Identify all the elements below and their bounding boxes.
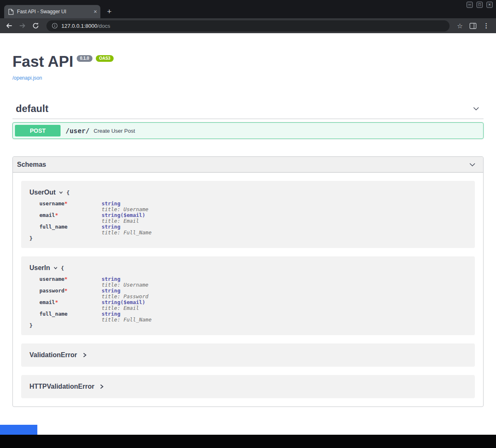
- property-type: string($email): [102, 299, 145, 305]
- model-header[interactable]: UserOut {: [29, 187, 467, 197]
- model-properties: username* string title: Username passwor…: [39, 276, 467, 323]
- address-bar[interactable]: 127.0.0.1:8000/docs: [46, 20, 450, 32]
- model-name: ValidationError: [29, 351, 77, 359]
- page-title: Fast API 0.1.0 OAS3: [12, 53, 484, 70]
- site-info-icon[interactable]: [52, 23, 58, 29]
- property-title: title: Username: [102, 282, 148, 288]
- chevron-down-icon[interactable]: [472, 105, 480, 113]
- schemas-title: Schemas: [17, 161, 46, 168]
- property-row: full_name string title: Full_Name: [39, 311, 467, 323]
- api-title: Fast API: [12, 53, 73, 70]
- model-header[interactable]: UserIn {: [29, 263, 467, 273]
- property-title: title: Full_Name: [102, 317, 151, 323]
- required-star: *: [64, 287, 68, 294]
- status-bubble: [0, 425, 37, 435]
- property-row: full_name string title: Full_Name: [39, 224, 467, 236]
- side-panel-icon[interactable]: [468, 23, 478, 29]
- tab-close-icon[interactable]: ×: [94, 9, 97, 15]
- required-star: *: [55, 212, 58, 218]
- required-star: *: [64, 200, 68, 207]
- tag-section-default[interactable]: default: [12, 103, 484, 119]
- page-favicon-icon: [8, 9, 14, 15]
- browser-menu-icon[interactable]: ⋮: [481, 22, 492, 29]
- chevron-right-icon[interactable]: [82, 352, 87, 358]
- close-brace: }: [29, 236, 467, 241]
- chevron-down-icon[interactable]: [58, 190, 63, 195]
- open-brace: {: [61, 265, 64, 271]
- model-httpvalidationerror[interactable]: HTTPValidationError: [21, 375, 475, 398]
- new-tab-button[interactable]: +: [107, 7, 112, 15]
- forward-icon[interactable]: [17, 21, 27, 31]
- maximize-button[interactable]: □: [477, 2, 483, 8]
- chevron-down-icon[interactable]: [468, 161, 477, 169]
- property-name: password: [39, 287, 64, 294]
- property-type: string($email): [102, 212, 145, 218]
- required-star: *: [64, 276, 68, 282]
- model-properties: username* string title: Username email* …: [39, 201, 467, 236]
- property-type: string: [102, 276, 148, 282]
- openapi-spec-link[interactable]: /openapi.json: [12, 75, 42, 81]
- bookmark-star-icon[interactable]: ☆: [455, 22, 464, 30]
- browser-titlebar: ─ □ × Fast API - Swagger UI × +: [0, 0, 496, 18]
- swagger-page: Fast API 0.1.0 OAS3 /openapi.json defaul…: [0, 33, 496, 435]
- property-type: string: [102, 311, 151, 317]
- property-row: email* string($email) title: Email: [39, 212, 467, 224]
- endpoint-path: /user/: [66, 127, 90, 135]
- property-row: email* string($email) title: Email: [39, 299, 467, 311]
- property-name: email: [39, 299, 55, 305]
- back-icon[interactable]: [4, 21, 14, 31]
- property-name: email: [39, 212, 55, 218]
- browser-tab[interactable]: Fast API - Swagger UI ×: [4, 5, 100, 18]
- model-name: UserOut: [29, 189, 56, 196]
- endpoint-summary: Create User Post: [94, 128, 135, 134]
- model-userout: UserOut { username* string title: Userna…: [21, 181, 475, 248]
- window-controls: ─ □ ×: [467, 2, 493, 8]
- property-row: username* string title: Username: [39, 201, 467, 212]
- tag-name: default: [16, 103, 49, 114]
- model-name: UserIn: [29, 264, 50, 272]
- property-title: title: Password: [102, 294, 148, 299]
- minimize-button[interactable]: ─: [467, 2, 473, 8]
- chevron-down-icon[interactable]: [53, 265, 58, 270]
- close-brace: }: [29, 323, 467, 329]
- schemas-body: UserOut { username* string title: Userna…: [13, 173, 483, 407]
- property-row: username* string title: Username: [39, 276, 467, 288]
- version-badge: 0.1.0: [77, 55, 92, 62]
- close-button[interactable]: ×: [486, 2, 493, 8]
- method-badge: POST: [15, 125, 61, 136]
- reload-icon[interactable]: [31, 21, 41, 31]
- property-title: title: Email: [102, 305, 145, 311]
- tab-title: Fast API - Swagger UI: [17, 9, 90, 15]
- required-star: *: [55, 299, 58, 305]
- open-brace: {: [66, 190, 70, 196]
- chevron-right-icon[interactable]: [99, 383, 104, 390]
- property-name: full_name: [39, 224, 68, 230]
- url-text: 127.0.0.1:8000/docs: [61, 23, 110, 29]
- url-host: 127.0.0.1:8000: [61, 23, 97, 29]
- property-title: title: Email: [102, 218, 145, 224]
- property-type: string: [102, 224, 151, 230]
- oas3-badge: OAS3: [96, 55, 114, 62]
- schemas-section: Schemas UserOut { username*: [12, 156, 484, 407]
- window-edge: [0, 435, 496, 441]
- model-validationerror[interactable]: ValidationError: [21, 343, 475, 367]
- property-name: username: [39, 200, 64, 207]
- browser-toolbar: 127.0.0.1:8000/docs ☆ ⋮: [0, 18, 496, 33]
- property-type: string: [102, 201, 148, 207]
- property-row: password* string title: Password: [39, 288, 467, 299]
- property-title: title: Full_Name: [102, 230, 151, 236]
- property-name: full_name: [39, 311, 68, 317]
- property-type: string: [102, 288, 148, 294]
- endpoint-post-user[interactable]: POST /user/ Create User Post: [12, 122, 484, 139]
- schemas-header[interactable]: Schemas: [13, 157, 483, 173]
- property-name: username: [39, 276, 64, 282]
- url-path: /docs: [97, 23, 110, 29]
- model-userin: UserIn { username* string title: Usernam…: [21, 256, 475, 335]
- model-name: HTTPValidationError: [29, 383, 94, 390]
- property-title: title: Username: [102, 207, 148, 212]
